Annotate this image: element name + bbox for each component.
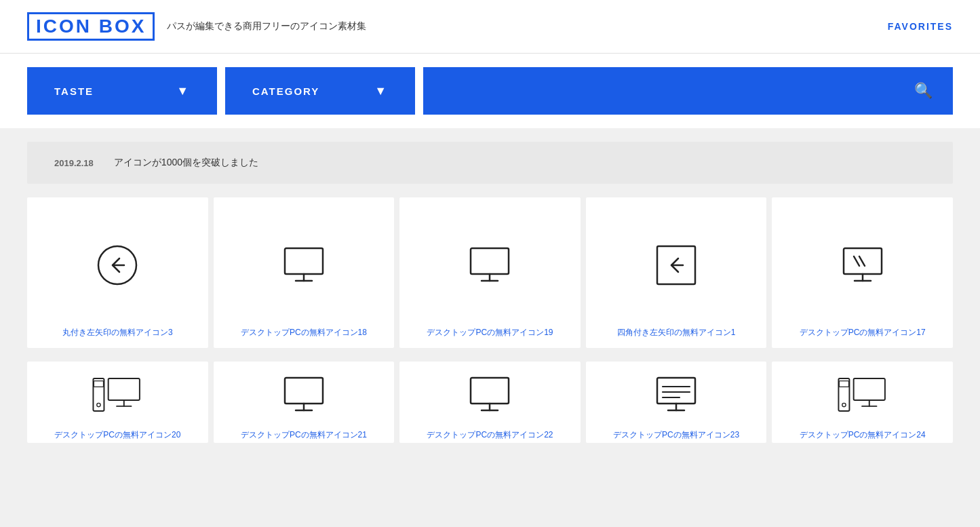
search-button[interactable]: 🔍 [423, 67, 953, 115]
svg-point-17 [97, 403, 100, 406]
icon-label-6: デスクトップPCの無料アイコン20 [54, 429, 180, 441]
icon-card-10[interactable]: デスクトップPCの無料アイコン24 [772, 362, 953, 443]
svg-rect-15 [94, 378, 104, 411]
icon-card-7[interactable]: デスクトップPCの無料アイコン21 [214, 362, 395, 443]
taste-chevron-icon: ▼ [176, 84, 190, 98]
icon-label-4: 四角付き左矢印の無料アイコン1 [617, 326, 736, 338]
svg-rect-24 [471, 378, 509, 404]
svg-rect-5 [471, 248, 509, 274]
svg-point-35 [842, 403, 845, 406]
logo-area: ICON BOX パスが編集できる商用フリーのアイコン素材集 [27, 12, 366, 41]
svg-line-14 [859, 256, 865, 266]
icon-grid-row2: デスクトップPCの無料アイコン20 デスクトップPCの無料アイコン21 デスクト… [0, 362, 980, 456]
icon-visual-10 [779, 368, 946, 422]
site-header: ICON BOX パスが編集できる商用フリーのアイコン素材集 FAVORITES [0, 0, 980, 54]
desktop-tower-icon-2 [836, 368, 890, 422]
icon-visual-4 [593, 211, 760, 319]
icon-card-1[interactable]: 丸付き左矢印の無料アイコン3 [27, 197, 208, 348]
desktop-icon-8 [463, 368, 517, 422]
icon-visual-9 [593, 368, 760, 422]
icon-label-10: デスクトップPCの無料アイコン24 [800, 429, 926, 441]
announcement-date: 2019.2.18 [54, 158, 94, 168]
svg-rect-18 [109, 378, 140, 400]
icon-label-5: デスクトップPCの無料アイコン17 [800, 326, 926, 338]
icon-visual-8 [406, 368, 574, 422]
svg-rect-2 [285, 248, 323, 274]
icon-label-8: デスクトップPCの無料アイコン22 [427, 429, 553, 441]
svg-rect-36 [853, 378, 884, 400]
search-icon: 🔍 [914, 82, 933, 100]
circle-back-arrow-icon [90, 238, 144, 292]
desktop-icon-7 [277, 368, 331, 422]
icon-visual-2 [220, 211, 388, 319]
icon-visual-6 [34, 368, 201, 422]
icon-card-5[interactable]: デスクトップPCの無料アイコン17 [772, 197, 953, 348]
icon-visual-1 [34, 211, 201, 319]
icon-card-4[interactable]: 四角付き左矢印の無料アイコン1 [586, 197, 767, 348]
icon-label-7: デスクトップPCの無料アイコン21 [241, 429, 367, 441]
icon-visual-3 [406, 211, 574, 319]
favorites-link[interactable]: FAVORITES [888, 21, 953, 32]
svg-rect-34 [839, 381, 848, 387]
desktop-tower-icon-1 [90, 368, 144, 422]
square-back-arrow-icon [649, 238, 703, 292]
icon-card-2[interactable]: デスクトップPCの無料アイコン18 [214, 197, 395, 348]
icon-label-3: デスクトップPCの無料アイコン19 [427, 326, 553, 338]
desktop-bars-icon [649, 368, 703, 422]
icon-visual-7 [220, 368, 388, 422]
taste-filter-label: TASTE [54, 85, 94, 97]
icon-card-8[interactable]: デスクトップPCの無料アイコン22 [399, 362, 581, 443]
desktop-icon-2 [277, 238, 331, 292]
svg-rect-21 [285, 378, 323, 404]
taste-filter-button[interactable]: TASTE ▼ [27, 67, 217, 115]
svg-rect-27 [657, 378, 695, 404]
announcement-text: アイコンが1000個を突破しました [114, 157, 258, 169]
svg-rect-33 [838, 378, 849, 411]
icon-label-9: デスクトップPCの無料アイコン23 [613, 429, 739, 441]
icon-card-6[interactable]: デスクトップPCの無料アイコン20 [27, 362, 208, 443]
site-tagline: パスが編集できる商用フリーのアイコン素材集 [167, 20, 366, 33]
desktop-slash-icon [836, 238, 890, 292]
icon-label-1: 丸付き左矢印の無料アイコン3 [62, 326, 173, 338]
announcement-banner: 2019.2.18 アイコンが1000個を突破しました [27, 142, 953, 184]
icon-card-3[interactable]: デスクトップPCの無料アイコン19 [399, 197, 581, 348]
icon-label-2: デスクトップPCの無料アイコン18 [241, 326, 367, 338]
site-logo: ICON BOX [27, 12, 155, 41]
category-filter-label: CATEGORY [252, 85, 319, 97]
category-filter-button[interactable]: CATEGORY ▼ [225, 67, 415, 115]
svg-rect-16 [94, 381, 104, 387]
category-chevron-icon: ▼ [374, 84, 388, 98]
filter-bar: TASTE ▼ CATEGORY ▼ 🔍 [0, 54, 980, 128]
icon-card-9[interactable]: デスクトップPCの無料アイコン23 [586, 362, 767, 443]
icon-grid-row1: 丸付き左矢印の無料アイコン3 デスクトップPCの無料アイコン18 デスクトップP… [0, 197, 980, 362]
desktop-icon-3 [463, 238, 517, 292]
icon-visual-5 [779, 211, 946, 319]
svg-line-13 [854, 256, 859, 266]
